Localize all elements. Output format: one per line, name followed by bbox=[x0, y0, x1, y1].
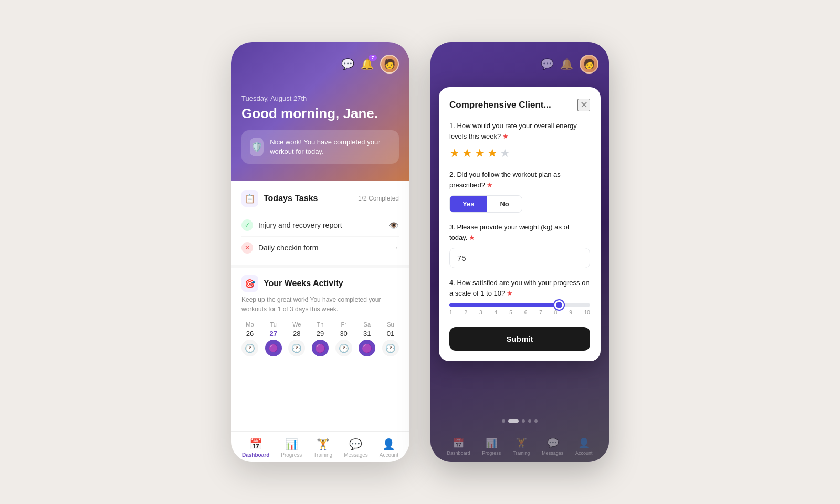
dot-5 bbox=[534, 419, 538, 423]
right-chat-icon[interactable]: 💬 bbox=[541, 58, 554, 70]
task-label: Daily checkin form bbox=[258, 244, 318, 252]
right-bottom-nav: 📅 Dashboard 📊 Progress 🏋️ Training 💬 Mes… bbox=[430, 433, 609, 462]
task-view-icon[interactable]: 👁️ bbox=[388, 220, 399, 230]
nav-label-progress: Progress bbox=[281, 452, 302, 458]
tasks-progress: 1/2 Completed bbox=[358, 195, 399, 202]
dot-4 bbox=[528, 419, 531, 423]
slider-label-3: 3 bbox=[479, 310, 482, 316]
cal-icon-su: 🕐 bbox=[382, 340, 399, 356]
slider-label-2: 2 bbox=[465, 310, 468, 316]
phone-header: 💬 🔔 7 🧑 Tuesday, August 27th Good mornin… bbox=[231, 42, 410, 181]
slider-labels: 1 2 3 4 5 6 7 8 9 10 bbox=[449, 310, 590, 316]
cal-day-sa: Sa 31 🟣 bbox=[359, 321, 375, 356]
chat-icon[interactable]: 💬 bbox=[341, 58, 354, 70]
nav-progress[interactable]: 📊 Progress bbox=[281, 438, 302, 458]
dot-3 bbox=[522, 419, 525, 423]
account-icon: 👤 bbox=[382, 438, 395, 450]
yes-button[interactable]: Yes bbox=[450, 196, 487, 212]
tasks-icon: 📋 bbox=[242, 190, 258, 207]
right-phone: 💬 🔔 🧑 Comprehensive Client... ✕ 1. How w… bbox=[430, 42, 609, 462]
modal-card: Comprehensive Client... ✕ 1. How would y… bbox=[439, 87, 601, 361]
required-marker: ★ bbox=[487, 181, 493, 189]
right-avatar[interactable]: 🧑 bbox=[580, 55, 598, 74]
tasks-section: 📋 Todays Tasks 1/2 Completed ✓ Injury an… bbox=[231, 181, 410, 265]
right-bell-icon[interactable]: 🔔 bbox=[560, 58, 573, 70]
slider-label-9: 9 bbox=[569, 310, 572, 316]
nav-messages[interactable]: 💬 Messages bbox=[344, 438, 368, 458]
right-nav-item: 💬 Messages bbox=[542, 437, 563, 456]
nav-training[interactable]: 🏋️ Training bbox=[313, 438, 332, 458]
cal-icon-mo: 🕐 bbox=[242, 340, 258, 356]
greeting-text: Good morning, Jane. bbox=[242, 106, 399, 122]
workout-text: Nice work! You have completed your worko… bbox=[270, 138, 391, 156]
modal-overlay: Comprehensive Client... ✕ 1. How would y… bbox=[430, 82, 609, 414]
calendar-row: Mo 26 🕐 Tu 27 🟣 We 28 🕐 bbox=[242, 321, 399, 356]
tasks-header: 📋 Todays Tasks 1/2 Completed bbox=[242, 190, 399, 207]
nav-dashboard[interactable]: 📅 Dashboard bbox=[242, 438, 269, 458]
cal-day-fr: Fr 30 🕐 bbox=[335, 321, 352, 356]
modal-close-button[interactable]: ✕ bbox=[578, 99, 590, 111]
star-5[interactable]: ★ bbox=[500, 146, 510, 160]
star-3[interactable]: ★ bbox=[475, 146, 485, 160]
question-3-label: 3. Please provide your weight (kg) as of… bbox=[449, 222, 590, 243]
messages-icon: 💬 bbox=[349, 438, 362, 450]
nav-account[interactable]: 👤 Account bbox=[380, 438, 398, 458]
cal-icon-fr: 🕐 bbox=[335, 340, 352, 356]
avatar[interactable]: 🧑 bbox=[380, 55, 399, 74]
slider-label-10: 10 bbox=[584, 310, 590, 316]
weight-input[interactable] bbox=[449, 248, 590, 268]
task-check-incomplete: ✕ bbox=[242, 242, 253, 254]
activity-section: 🎯 Your Weeks Activity Keep up the great … bbox=[231, 265, 410, 362]
star-1[interactable]: ★ bbox=[449, 146, 460, 160]
task-left: ✕ Daily checkin form bbox=[242, 242, 318, 254]
slider-track bbox=[449, 303, 590, 307]
page-container: 💬 🔔 7 🧑 Tuesday, August 27th Good mornin… bbox=[210, 21, 630, 483]
slider-label-7: 7 bbox=[539, 310, 542, 316]
activity-title: Your Weeks Activity bbox=[264, 279, 343, 288]
slider-label-1: 1 bbox=[449, 310, 453, 316]
nav-label-dashboard: Dashboard bbox=[242, 452, 269, 458]
nav-label-messages: Messages bbox=[344, 452, 368, 458]
cal-icon-sa: 🟣 bbox=[359, 340, 375, 356]
right-nav-item: 👤 Account bbox=[575, 437, 593, 456]
submit-button[interactable]: Submit bbox=[449, 327, 590, 351]
task-check-complete: ✓ bbox=[242, 219, 253, 231]
question-4: 4. How satisfied are you with your progr… bbox=[449, 278, 590, 316]
nav-label-account: Account bbox=[380, 452, 398, 458]
workout-card: 🛡️ Nice work! You have completed your wo… bbox=[242, 130, 399, 164]
training-icon: 🏋️ bbox=[317, 438, 330, 450]
slider-fill bbox=[449, 303, 559, 307]
satisfaction-slider[interactable]: 1 2 3 4 5 6 7 8 9 10 bbox=[449, 303, 590, 316]
slider-label-5: 5 bbox=[509, 310, 512, 316]
slider-label-4: 4 bbox=[495, 310, 498, 316]
cal-day-tu: Tu 27 🟣 bbox=[265, 321, 282, 356]
stars-rating[interactable]: ★ ★ ★ ★ ★ bbox=[449, 146, 590, 160]
star-2[interactable]: ★ bbox=[462, 146, 472, 160]
required-marker: ★ bbox=[469, 234, 475, 242]
activity-title-group: 🎯 Your Weeks Activity bbox=[242, 275, 399, 292]
notification-badge: 7 bbox=[369, 55, 377, 61]
cal-day-su: Su 01 🕐 bbox=[382, 321, 399, 356]
question-2: 2. Did you follow the workout plan as pr… bbox=[449, 170, 590, 213]
task-item: ✓ Injury and recovery report 👁️ bbox=[242, 214, 399, 237]
slider-label-8: 8 bbox=[554, 310, 558, 316]
task-item: ✕ Daily checkin form → bbox=[242, 237, 399, 259]
modal-header: Comprehensive Client... ✕ bbox=[449, 99, 590, 111]
slider-thumb[interactable] bbox=[554, 300, 564, 310]
required-marker: ★ bbox=[502, 132, 509, 140]
cal-day-th: Th 29 🟣 bbox=[312, 321, 329, 356]
no-button[interactable]: No bbox=[487, 196, 521, 212]
task-label: Injury and recovery report bbox=[258, 221, 342, 229]
question-4-label: 4. How satisfied are you with your progr… bbox=[449, 278, 590, 298]
task-go-icon[interactable]: → bbox=[391, 243, 399, 253]
phone-body: 📋 Todays Tasks 1/2 Completed ✓ Injury an… bbox=[231, 181, 410, 431]
cal-day-we: We 28 🕐 bbox=[288, 321, 305, 356]
cal-icon-th: 🟣 bbox=[312, 340, 329, 356]
question-1-label: 1. How would you rate your overall energ… bbox=[449, 121, 590, 141]
dot-1 bbox=[502, 419, 505, 423]
question-3: 3. Please provide your weight (kg) as of… bbox=[449, 222, 590, 268]
question-2-label: 2. Did you follow the workout plan as pr… bbox=[449, 170, 590, 190]
star-4[interactable]: ★ bbox=[487, 146, 498, 160]
right-nav-item: 📅 Dashboard bbox=[447, 437, 470, 456]
bell-icon[interactable]: 🔔 7 bbox=[361, 58, 374, 70]
